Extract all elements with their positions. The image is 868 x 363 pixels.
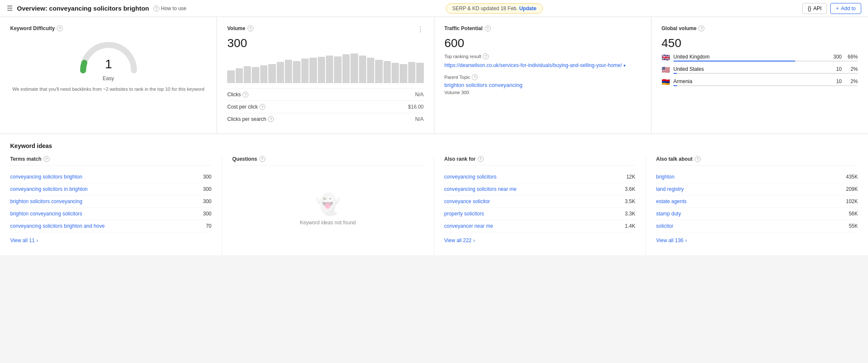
tp-info-icon[interactable]: ? — [485, 25, 491, 31]
clicks-value: N/A — [415, 92, 423, 98]
cps-info-icon[interactable]: ? — [268, 116, 274, 122]
country-name: United Kingdom — [673, 54, 829, 60]
keyword-row: conveyancing solicitors 12K — [444, 171, 635, 183]
ranking-info-icon[interactable]: ? — [483, 53, 489, 59]
keyword-link[interactable]: conveyancer near me — [444, 223, 493, 229]
bar — [400, 64, 407, 83]
menu-icon[interactable]: ☰ — [7, 4, 13, 12]
keyword-row: brighton 435K — [656, 171, 858, 183]
view-all-text: View all 222 — [444, 237, 472, 243]
keyword-volume: 70 — [206, 223, 211, 229]
col-info-icon[interactable]: ? — [259, 156, 265, 162]
chevron-right-icon: › — [473, 237, 475, 243]
kd-description: We estimate that you'll need backlinks f… — [10, 86, 206, 93]
kd-gauge-container: 1 Easy — [10, 36, 206, 81]
keyword-link[interactable]: land registry — [656, 186, 684, 192]
volume-info-icon[interactable]: ? — [248, 25, 253, 31]
keyword-row: conveyancing solicitors near me 3.6K — [444, 183, 635, 195]
keyword-volume: 55K — [849, 223, 858, 229]
keyword-link[interactable]: property solicitors — [444, 211, 484, 217]
cpc-row: Cost per click ? $16.00 — [227, 101, 423, 113]
view-all-text: View all 136 — [656, 237, 684, 243]
kd-title: Keyword Difficulty ? — [10, 25, 206, 31]
gv-title-text: Global volume — [662, 25, 697, 31]
country-row: 🇺🇸 United States 10 2% — [662, 66, 858, 74]
ideas-grid: Terms match? conveyancing solicitors bri… — [10, 156, 858, 255]
keyword-link[interactable]: conveyancing solicitors in brighton — [10, 186, 88, 192]
keyword-link[interactable]: conveyancing solicitors near me — [444, 186, 517, 192]
keyword-link[interactable]: brighton — [656, 174, 674, 180]
bar — [285, 60, 292, 83]
keyword-volume: 56K — [849, 211, 858, 217]
how-to-use-link[interactable]: ? How to use — [153, 6, 186, 11]
keyword-volume: 3.3K — [625, 211, 635, 217]
keyword-link[interactable]: solicitor — [656, 223, 673, 229]
add-to-label: Add to — [841, 6, 856, 11]
view-all-link[interactable]: View all 136› — [656, 232, 858, 249]
header: ☰ Overview: conveyancing solicitors brig… — [0, 0, 868, 17]
add-to-button[interactable]: + Add to — [830, 3, 861, 14]
serp-badge: SERP & KD updated 18 Feb. Update — [446, 3, 543, 14]
bar — [236, 68, 243, 83]
col-header-text: Terms match — [10, 156, 42, 162]
keyword-row: solicitor 55K — [656, 220, 858, 232]
kd-info-icon[interactable]: ? — [57, 25, 63, 31]
bar — [334, 56, 341, 83]
clicks-row: Clicks ? N/A — [227, 88, 423, 101]
parent-topic-info-icon[interactable]: ? — [472, 74, 478, 80]
cps-row: Clicks per search ? N/A — [227, 113, 423, 125]
keyword-volume: 300 — [203, 211, 211, 217]
keyword-link[interactable]: conveyance solicitor — [444, 198, 490, 204]
cpc-info-icon[interactable]: ? — [259, 104, 265, 110]
keyword-link[interactable]: conveyancing solicitors — [444, 174, 496, 180]
col-info-icon[interactable]: ? — [44, 156, 50, 162]
keyword-volume: 300 — [203, 174, 211, 180]
cps-label: Clicks per search ? — [227, 116, 274, 122]
volume-title: Volume ? — [227, 25, 253, 31]
col-info-icon[interactable]: ? — [695, 156, 701, 162]
clicks-info-icon[interactable]: ? — [242, 92, 248, 98]
keyword-difficulty-card: Keyword Difficulty ? 1 Easy We estimate … — [0, 17, 217, 134]
bar — [359, 56, 366, 83]
keyword-link[interactable]: estate agents — [656, 198, 687, 204]
bar — [252, 67, 259, 83]
progress-bar — [673, 85, 858, 86]
keyword-link[interactable]: conveyancing solicitors brighton — [10, 174, 82, 180]
volume-bar-chart — [227, 53, 423, 83]
global-volume-card: Global volume ? 450 🇬🇧 United Kingdom 30… — [651, 17, 868, 134]
volume-menu-icon[interactable]: ⋮ — [417, 25, 424, 34]
country-name: United States — [673, 66, 829, 72]
header-right: {} API + Add to — [802, 3, 861, 14]
bar — [227, 70, 234, 83]
col-header-text: Questions — [232, 156, 257, 162]
header-center: SERP & KD updated 18 Feb. Update — [446, 3, 543, 14]
keyword-link[interactable]: brighton solicitors conveyancing — [10, 198, 82, 204]
keyword-link[interactable]: conveyancing solicitors brighton and hov… — [10, 223, 105, 229]
bar — [408, 62, 415, 83]
volume-value: 300 — [227, 36, 423, 50]
col-header-terms_match: Terms match? — [10, 156, 211, 166]
progress-bar — [673, 73, 858, 74]
serp-update-link[interactable]: Update — [519, 6, 537, 11]
countries-container: 🇬🇧 United Kingdom 300 66% 🇺🇸 United Stat… — [662, 53, 858, 86]
api-button[interactable]: {} API — [802, 3, 827, 14]
keyword-link[interactable]: stamp duty — [656, 211, 681, 217]
col-info-icon[interactable]: ? — [478, 156, 484, 162]
gv-info-icon[interactable]: ? — [698, 25, 704, 31]
ghost-illustration: 👻 — [315, 193, 341, 216]
keyword-link[interactable]: brighton conveyancing solicitors — [10, 211, 82, 217]
ranking-label: Top ranking result ? — [445, 53, 641, 59]
ideas-col-terms_match: Terms match? conveyancing solicitors bri… — [10, 156, 222, 255]
keyword-ideas-title: Keyword ideas — [10, 142, 858, 149]
keyword-row: conveyancing solicitors in brighton 300 — [10, 183, 211, 195]
empty-label: Keyword ideas not found — [300, 220, 356, 226]
view-all-link[interactable]: View all 222› — [444, 232, 635, 249]
progress-bar — [673, 61, 858, 61]
keyword-volume: 300 — [203, 198, 211, 204]
parent-topic-label: Parent Topic ? — [445, 74, 641, 80]
keyword-row: property solicitors 3.3K — [444, 208, 635, 220]
view-all-link[interactable]: View all 11› — [10, 232, 211, 249]
ranking-url-link[interactable]: https://deanwilson.co.uk/services-for-in… — [445, 62, 626, 68]
parent-topic-link[interactable]: brighton solicitors conveyancing — [445, 82, 523, 88]
keyword-row: conveyancing solicitors brighton 300 — [10, 171, 211, 183]
